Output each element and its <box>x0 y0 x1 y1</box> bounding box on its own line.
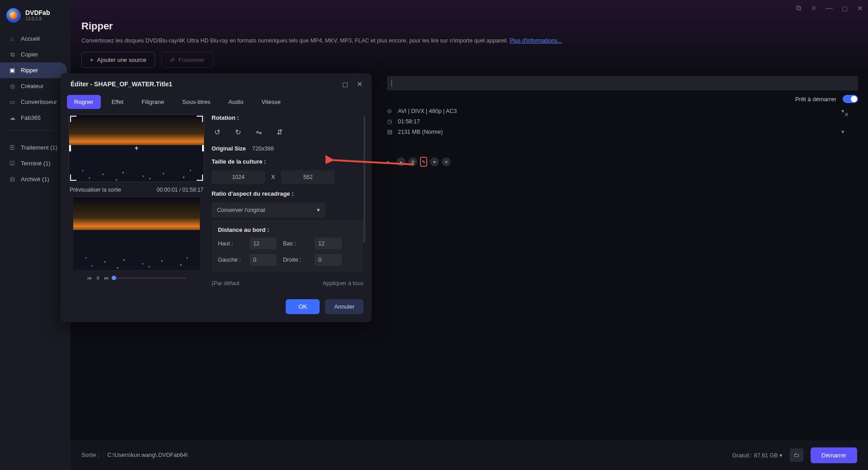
sidebar-item-fab365[interactable]: ☁Fab365 <box>0 110 67 126</box>
modal-title: Éditer - SHAPE_OF_WATER.Title1 <box>71 80 172 88</box>
sidebar-item-archive[interactable]: ⊟Archivé (1) <box>0 171 67 187</box>
edge-bottom-input[interactable] <box>315 238 342 249</box>
info-button[interactable]: ✦ <box>430 157 439 166</box>
tab-audio[interactable]: Audio <box>221 95 250 109</box>
item-close-icon[interactable]: ✕ <box>844 111 849 118</box>
cancel-button[interactable]: Annuler <box>325 299 363 314</box>
sidebar-item-label: Archivé (1) <box>21 176 49 183</box>
rotation-label: Rotation : <box>212 114 363 121</box>
play-button[interactable]: ▸ <box>396 157 406 166</box>
sidebar-item-traitement[interactable]: ☰Traitement (1) <box>0 140 67 155</box>
sidebar-item-label: Copier <box>21 51 38 58</box>
ok-button[interactable]: OK <box>286 299 320 314</box>
sidebar-item-label: Terminé (1) <box>21 160 51 167</box>
clock-icon: ◷ <box>387 118 393 125</box>
ready-toggle[interactable] <box>843 95 858 103</box>
prev-frame-button[interactable]: ⏮ <box>87 275 92 281</box>
page-desc: Convertissez les disques DVD/Blu-ray/4K … <box>81 38 857 44</box>
sidebar-item-label: Traitement (1) <box>21 144 57 151</box>
list-icon: ☰ <box>9 145 15 151</box>
ripper-icon: ▣ <box>9 67 15 74</box>
footer-bar: Sortie : C:\Users\kun.wang\.DVDFab64\ Gr… <box>71 440 868 470</box>
sidebar-item-termine[interactable]: ☑Terminé (1) <box>0 155 67 171</box>
tab-vitesse[interactable]: Vitesse <box>254 95 288 109</box>
player-controls: ⏮ ⏸ ⏭ <box>69 275 204 281</box>
free-space-label[interactable]: Gratuit : 87.61 GB ▾ <box>732 452 783 459</box>
timecode: 00:00:01 / 01:58:17 <box>157 187 203 193</box>
tab-rogner[interactable]: Rogner <box>67 95 101 109</box>
start-button[interactable]: Démarrer <box>811 447 857 463</box>
modal-close-icon[interactable]: ✕ <box>356 81 363 87</box>
seek-slider[interactable] <box>113 277 186 279</box>
next-frame-button[interactable]: ⏭ <box>104 275 109 281</box>
chevron-down-icon[interactable]: ▾ <box>387 160 389 164</box>
edge-top-input[interactable] <box>250 238 277 249</box>
edge-left-input[interactable] <box>250 254 277 266</box>
scrollbar[interactable] <box>363 116 365 243</box>
sidebar-item-accueil[interactable]: ⌂Accueil <box>0 31 67 47</box>
check-icon: ☑ <box>9 160 15 167</box>
item-details: ⊖AVI | DIVX | 480p | AC3▾ ◷01:58:17 ▤213… <box>387 108 858 135</box>
sidebar-item-ripper[interactable]: ▣Ripper <box>0 62 67 78</box>
tab-effet[interactable]: Effet <box>104 95 131 109</box>
logo-icon <box>6 8 21 23</box>
rotate-right-icon[interactable]: ↻ <box>232 127 243 137</box>
edge-right-input[interactable] <box>315 254 342 266</box>
open-folder-button[interactable]: 🗀 <box>790 448 803 462</box>
create-icon: ◎ <box>9 83 15 89</box>
tab-soustitres[interactable]: Sous-titres <box>175 95 217 109</box>
item-action-row: ▾ ▸ ⚙ ✎ ✦ ✕ <box>387 157 868 167</box>
crop-height-input[interactable] <box>281 170 335 184</box>
preview-label: Prévisualiser la sortie <box>70 187 121 193</box>
crop-width-input[interactable] <box>212 170 265 184</box>
default-button[interactable]: (Par défaut <box>212 280 240 287</box>
original-size-value: 720x388 <box>252 146 274 152</box>
crop-size-label: Taille de la culture : <box>212 158 363 165</box>
search-input[interactable] <box>387 76 858 90</box>
output-label: Sortie : <box>81 452 99 458</box>
plus-icon: + <box>90 56 94 63</box>
crop-center-icon: + <box>134 144 138 152</box>
chevron-down-icon: ▾ <box>317 207 320 213</box>
settings-button[interactable]: ⚙ <box>408 157 417 166</box>
modal-tabs: Rogner Effet Filigrane Sous-titres Audio… <box>61 91 372 114</box>
aspect-ratio-select[interactable]: Conserver l'original▾ <box>212 202 326 217</box>
output-path[interactable]: C:\Users\kun.wang\.DVDFab64\ <box>108 452 188 458</box>
sidebar: DVDFab 13.0.1.9 ⌂Accueil ⧉Copier ▣Ripper… <box>0 0 71 470</box>
more-info-link[interactable]: Plus d'informations... <box>509 38 562 44</box>
modal-maximize-icon[interactable]: ◻ <box>342 81 348 87</box>
edge-bottom-label: Bas : <box>283 240 308 247</box>
size-line[interactable]: ▤2131 MB (Norme)▾ <box>387 128 858 135</box>
edit-modal: Éditer - SHAPE_OF_WATER.Title1 ◻ ✕ Rogne… <box>61 73 372 322</box>
flip-vertical-icon[interactable]: ⇵ <box>274 127 285 137</box>
x-separator: X <box>271 174 275 180</box>
sidebar-item-copier[interactable]: ⧉Copier <box>0 47 67 62</box>
crop-preview[interactable]: + <box>69 114 204 182</box>
sidebar-item-label: Accueil <box>21 35 40 42</box>
add-source-button[interactable]: +Ajouter une source <box>81 52 155 68</box>
remove-button[interactable]: ✕ <box>442 157 451 166</box>
archive-icon: ⊟ <box>9 176 15 183</box>
rotate-left-icon[interactable]: ↺ <box>212 127 222 137</box>
tab-filigrane[interactable]: Filigrane <box>134 95 171 109</box>
chevron-down-icon: ▾ <box>779 452 783 459</box>
apply-all-button[interactable]: Appliquer à tous <box>323 280 363 287</box>
sidebar-item-convertisseur[interactable]: ▭Convertisseur <box>0 94 67 110</box>
merge-button[interactable]: ⇄Fusionner <box>161 52 213 68</box>
edit-button[interactable]: ✎ <box>420 157 427 167</box>
edge-left-label: Gauche : <box>218 257 243 263</box>
format-line[interactable]: ⊖AVI | DIVX | 480p | AC3▾ <box>387 108 858 114</box>
flip-horizontal-icon[interactable]: ⇋ <box>253 127 264 137</box>
sidebar-item-createur[interactable]: ◎Créateur <box>0 78 67 94</box>
app-version: 13.0.1.9 <box>25 16 50 21</box>
edge-distance-label: Distance au bord : <box>218 226 357 233</box>
page-header: Ripper Convertissez les disques DVD/Blu-… <box>71 0 868 76</box>
pause-button[interactable]: ⏸ <box>95 275 100 281</box>
sidebar-item-label: Ripper <box>21 67 38 74</box>
disk-icon: ▤ <box>387 128 393 135</box>
ready-label: Prêt à démarrer <box>795 96 836 103</box>
home-icon: ⌂ <box>9 36 15 42</box>
page-title: Ripper <box>81 20 857 32</box>
format-icon: ⊖ <box>387 108 393 114</box>
merge-icon: ⇄ <box>170 56 175 63</box>
